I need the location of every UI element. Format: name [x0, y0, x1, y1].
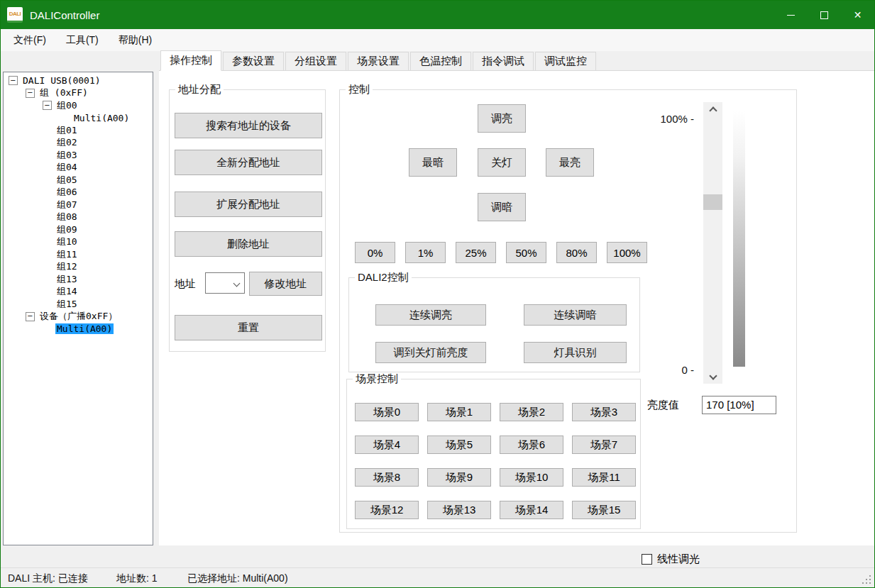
tree-item[interactable]: 组08 — [4, 211, 153, 224]
tree-item[interactable]: 组13 — [4, 273, 153, 286]
scroll-down-button[interactable] — [703, 371, 722, 384]
tree-item[interactable]: 组09 — [4, 223, 153, 236]
extend-assign-address-button[interactable]: 扩展分配地址 — [175, 192, 322, 217]
brightness-scrollbar[interactable] — [703, 102, 722, 384]
tree-item[interactable]: 组11 — [4, 248, 153, 261]
scene-button[interactable]: 场景6 — [500, 436, 563, 454]
tree-item[interactable]: 组03 — [4, 149, 153, 162]
tree-item[interactable]: DALI USB(0001) — [4, 74, 153, 87]
tree-item[interactable]: 组02 — [4, 137, 153, 150]
scene-button[interactable]: 场景4 — [355, 436, 419, 454]
percent-button[interactable]: 0% — [355, 242, 395, 263]
scene-button[interactable]: 场景12 — [355, 501, 419, 519]
continuous-brighten-button[interactable]: 连续调亮 — [375, 304, 486, 326]
app-window: DALI DALIController ✕ 文件(F)工具(T)帮助(H) DA… — [0, 0, 875, 588]
tree-item[interactable]: Multi(A00) — [4, 112, 153, 125]
scene-button[interactable]: 场景1 — [427, 403, 491, 421]
delete-address-button[interactable]: 删除地址 — [175, 231, 322, 257]
assign-new-address-button[interactable]: 全新分配地址 — [175, 150, 322, 175]
status-host: DALI 主机: 已连接 — [8, 572, 88, 585]
scene-button[interactable]: 场景10 — [500, 468, 563, 487]
continuous-dim-button[interactable]: 连续调暗 — [524, 304, 627, 326]
tree-item[interactable]: 组00 — [4, 99, 153, 112]
scene-button[interactable]: 场景0 — [355, 403, 419, 421]
scene-group-title: 场景控制 — [353, 372, 401, 386]
minimize-button[interactable] — [774, 1, 808, 29]
scene-button[interactable]: 场景8 — [355, 468, 419, 487]
chevron-up-icon — [709, 106, 717, 114]
tree-item-label: 组01 — [55, 124, 79, 137]
scene-button[interactable]: 场景15 — [572, 501, 636, 519]
brighten-button[interactable]: 调亮 — [478, 104, 526, 133]
maximize-icon — [820, 11, 828, 19]
percent-button[interactable]: 25% — [456, 242, 496, 263]
tree-item[interactable]: 设备（广播0xFF） — [4, 311, 153, 323]
percent-button[interactable]: 50% — [506, 242, 546, 263]
tree-item[interactable]: 组14 — [4, 286, 153, 299]
percent-button[interactable]: 100% — [607, 242, 647, 263]
tree-item[interactable]: 组15 — [4, 298, 153, 311]
close-button[interactable]: ✕ — [841, 1, 874, 29]
tree-item-label: DALI USB(0001) — [21, 75, 102, 86]
brightness-value-field[interactable]: 170 [10%] — [702, 396, 776, 414]
address-label: 地址 — [175, 277, 196, 291]
tree-item[interactable]: 组12 — [4, 261, 153, 274]
tree-item[interactable]: Multi(A00) — [4, 323, 153, 335]
tab[interactable]: 场景设置 — [348, 52, 409, 71]
close-icon: ✕ — [854, 10, 862, 20]
brightest-button[interactable]: 最亮 — [546, 148, 594, 177]
scene-button[interactable]: 场景7 — [572, 436, 636, 454]
reset-button[interactable]: 重置 — [175, 315, 322, 340]
tree-expander-icon[interactable] — [26, 312, 35, 321]
resize-grip[interactable] — [869, 582, 871, 584]
tree-item[interactable]: 组 (0xFF) — [4, 87, 153, 100]
linear-dimming-checkbox[interactable] — [642, 554, 652, 565]
address-combobox[interactable] — [205, 272, 245, 294]
tree-item-label: 组11 — [55, 248, 79, 261]
tab[interactable]: 指令调试 — [473, 52, 534, 71]
menu-item[interactable]: 文件(F) — [4, 30, 56, 51]
scene-button[interactable]: 场景14 — [500, 501, 563, 519]
search-addressed-devices-button[interactable]: 搜索有地址的设备 — [175, 113, 322, 138]
light-off-button[interactable]: 关灯 — [478, 148, 526, 177]
scrollbar-thumb[interactable] — [703, 194, 722, 210]
tree-item-label: 组08 — [55, 211, 79, 223]
tree-expander-icon[interactable] — [26, 89, 35, 98]
menu-item[interactable]: 帮助(H) — [109, 30, 162, 51]
tab[interactable]: 分组设置 — [285, 52, 346, 71]
slider-min-label: 0 - — [643, 364, 694, 376]
percent-button[interactable]: 80% — [556, 242, 597, 263]
percent-button[interactable]: 1% — [405, 242, 446, 263]
scene-button[interactable]: 场景9 — [427, 468, 491, 487]
scroll-up-button[interactable] — [703, 102, 722, 115]
scene-button[interactable]: 场景13 — [427, 501, 491, 519]
lamp-identify-button[interactable]: 灯具识别 — [524, 342, 627, 363]
tree-item[interactable]: 组04 — [4, 162, 153, 174]
recall-last-level-button[interactable]: 调到关灯前亮度 — [375, 342, 486, 363]
status-selected-address: 已选择地址: Multi(A00) — [187, 572, 288, 585]
tree-expander-icon[interactable] — [9, 76, 18, 85]
scene-button[interactable]: 场景11 — [572, 468, 636, 487]
tree-item[interactable]: 组05 — [4, 174, 153, 187]
tree-item[interactable]: 组06 — [4, 187, 153, 199]
tab[interactable]: 色温控制 — [410, 52, 471, 71]
scene-button[interactable]: 场景2 — [500, 403, 563, 421]
menu-item[interactable]: 工具(T) — [56, 30, 109, 51]
tree-item[interactable]: 组10 — [4, 236, 153, 249]
tree-item-label: 组05 — [55, 174, 79, 187]
scene-button[interactable]: 场景3 — [572, 403, 636, 421]
scene-button[interactable]: 场景5 — [427, 436, 491, 454]
minimize-icon — [787, 15, 795, 16]
tree-item-label: 组10 — [55, 235, 79, 248]
tab[interactable]: 操作控制 — [160, 50, 221, 71]
darkest-button[interactable]: 最暗 — [409, 148, 457, 177]
maximize-button[interactable] — [808, 1, 841, 29]
tree-item-label: 组06 — [55, 186, 79, 199]
tree-item[interactable]: 组01 — [4, 124, 153, 137]
tab[interactable]: 参数设置 — [223, 52, 284, 71]
tab[interactable]: 调试监控 — [535, 52, 596, 71]
dim-button[interactable]: 调暗 — [478, 193, 526, 221]
tree-item[interactable]: 组07 — [4, 199, 153, 211]
tree-expander-icon[interactable] — [43, 101, 52, 110]
modify-address-button[interactable]: 修改地址 — [249, 272, 322, 296]
